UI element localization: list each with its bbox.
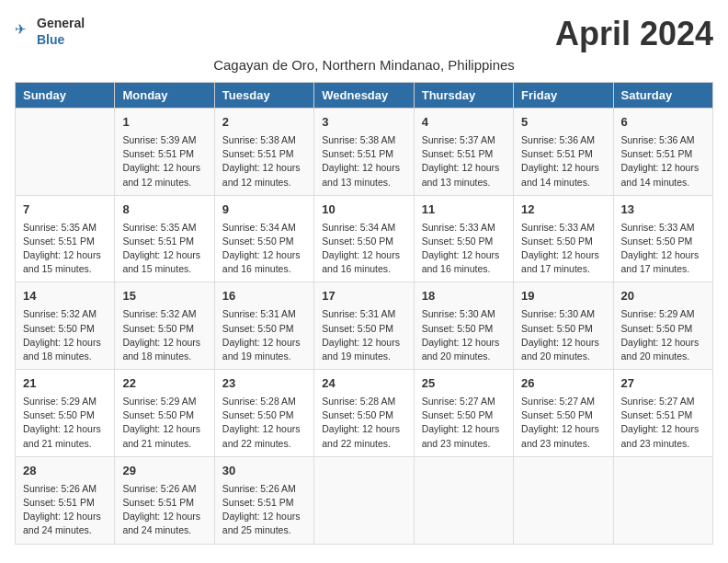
calendar-cell: 18Sunrise: 5:30 AM Sunset: 5:50 PM Dayli… [414, 282, 513, 370]
col-header-sunday: Sunday [16, 83, 115, 109]
day-info: Sunrise: 5:33 AM Sunset: 5:50 PM Dayligh… [621, 221, 705, 277]
calendar-cell: 22Sunrise: 5:29 AM Sunset: 5:50 PM Dayli… [115, 370, 214, 457]
logo-blue: Blue [37, 32, 64, 47]
day-number: 26 [521, 375, 605, 393]
calendar-week-row: 1Sunrise: 5:39 AM Sunset: 5:51 PM Daylig… [16, 109, 713, 196]
day-info: Sunrise: 5:34 AM Sunset: 5:50 PM Dayligh… [322, 221, 405, 277]
calendar-week-row: 28Sunrise: 5:26 AM Sunset: 5:51 PM Dayli… [16, 456, 713, 544]
col-header-wednesday: Wednesday [314, 83, 414, 109]
day-number: 11 [422, 201, 506, 219]
day-info: Sunrise: 5:27 AM Sunset: 5:50 PM Dayligh… [422, 395, 506, 451]
calendar-cell: 29Sunrise: 5:26 AM Sunset: 5:51 PM Dayli… [115, 456, 214, 544]
day-number: 23 [222, 375, 306, 393]
page-header: ✈ General Blue April 2024 [15, 15, 713, 53]
calendar-cell [514, 456, 613, 544]
logo: ✈ General Blue [15, 15, 85, 48]
day-number: 5 [521, 114, 605, 132]
day-number: 21 [23, 375, 107, 393]
day-info: Sunrise: 5:27 AM Sunset: 5:51 PM Dayligh… [621, 395, 705, 451]
calendar-cell [613, 456, 712, 544]
calendar-cell [314, 456, 414, 544]
day-info: Sunrise: 5:26 AM Sunset: 5:51 PM Dayligh… [222, 482, 306, 538]
calendar-cell: 12Sunrise: 5:33 AM Sunset: 5:50 PM Dayli… [514, 195, 613, 282]
col-header-monday: Monday [115, 83, 214, 109]
day-number: 3 [322, 114, 405, 132]
svg-text:✈: ✈ [15, 22, 27, 37]
day-info: Sunrise: 5:36 AM Sunset: 5:51 PM Dayligh… [521, 133, 605, 190]
day-number: 24 [322, 375, 405, 393]
col-header-saturday: Saturday [613, 83, 712, 109]
day-number: 17 [322, 288, 405, 305]
calendar-cell: 16Sunrise: 5:31 AM Sunset: 5:50 PM Dayli… [214, 282, 313, 370]
page-subtitle: Cagayan de Oro, Northern Mindanao, Phili… [15, 57, 713, 73]
day-info: Sunrise: 5:29 AM Sunset: 5:50 PM Dayligh… [23, 395, 107, 451]
calendar-cell: 10Sunrise: 5:34 AM Sunset: 5:50 PM Dayli… [314, 195, 414, 282]
calendar-cell: 23Sunrise: 5:28 AM Sunset: 5:50 PM Dayli… [214, 370, 313, 457]
calendar-cell: 19Sunrise: 5:30 AM Sunset: 5:50 PM Dayli… [514, 282, 613, 370]
calendar-cell [16, 109, 115, 196]
calendar-cell: 30Sunrise: 5:26 AM Sunset: 5:51 PM Dayli… [214, 456, 313, 544]
day-info: Sunrise: 5:31 AM Sunset: 5:50 PM Dayligh… [322, 307, 405, 363]
day-info: Sunrise: 5:35 AM Sunset: 5:51 PM Dayligh… [23, 221, 107, 277]
calendar-cell: 3Sunrise: 5:38 AM Sunset: 5:51 PM Daylig… [314, 109, 414, 196]
col-header-friday: Friday [514, 83, 613, 109]
day-info: Sunrise: 5:36 AM Sunset: 5:51 PM Dayligh… [621, 133, 705, 190]
calendar-week-row: 7Sunrise: 5:35 AM Sunset: 5:51 PM Daylig… [16, 195, 713, 282]
calendar-cell: 28Sunrise: 5:26 AM Sunset: 5:51 PM Dayli… [16, 456, 115, 544]
calendar-header-row: SundayMondayTuesdayWednesdayThursdayFrid… [16, 83, 713, 109]
day-info: Sunrise: 5:38 AM Sunset: 5:51 PM Dayligh… [322, 133, 405, 190]
day-info: Sunrise: 5:39 AM Sunset: 5:51 PM Dayligh… [122, 133, 206, 190]
day-info: Sunrise: 5:34 AM Sunset: 5:50 PM Dayligh… [222, 221, 306, 277]
day-info: Sunrise: 5:33 AM Sunset: 5:50 PM Dayligh… [422, 221, 506, 277]
col-header-thursday: Thursday [414, 83, 513, 109]
day-info: Sunrise: 5:30 AM Sunset: 5:50 PM Dayligh… [422, 307, 506, 363]
calendar-cell [414, 456, 513, 544]
day-number: 7 [23, 201, 107, 219]
logo-general: General [37, 16, 85, 30]
day-number: 8 [122, 201, 206, 219]
day-info: Sunrise: 5:27 AM Sunset: 5:50 PM Dayligh… [521, 395, 605, 451]
page-title: April 2024 [555, 15, 713, 53]
day-info: Sunrise: 5:28 AM Sunset: 5:50 PM Dayligh… [322, 395, 405, 451]
day-info: Sunrise: 5:30 AM Sunset: 5:50 PM Dayligh… [521, 307, 605, 363]
day-number: 6 [621, 114, 705, 132]
day-number: 18 [422, 288, 506, 305]
logo-icon: ✈ [15, 22, 33, 40]
calendar-week-row: 14Sunrise: 5:32 AM Sunset: 5:50 PM Dayli… [16, 282, 713, 370]
day-info: Sunrise: 5:32 AM Sunset: 5:50 PM Dayligh… [23, 307, 107, 363]
day-number: 2 [222, 114, 306, 132]
calendar-cell: 26Sunrise: 5:27 AM Sunset: 5:50 PM Dayli… [514, 370, 613, 457]
calendar-cell: 4Sunrise: 5:37 AM Sunset: 5:51 PM Daylig… [414, 109, 513, 196]
calendar-cell: 17Sunrise: 5:31 AM Sunset: 5:50 PM Dayli… [314, 282, 414, 370]
day-number: 22 [122, 375, 206, 393]
calendar-cell: 25Sunrise: 5:27 AM Sunset: 5:50 PM Dayli… [414, 370, 513, 457]
calendar-cell: 13Sunrise: 5:33 AM Sunset: 5:50 PM Dayli… [613, 195, 712, 282]
day-info: Sunrise: 5:32 AM Sunset: 5:50 PM Dayligh… [122, 307, 206, 363]
calendar-cell: 27Sunrise: 5:27 AM Sunset: 5:51 PM Dayli… [613, 370, 712, 457]
calendar-cell: 9Sunrise: 5:34 AM Sunset: 5:50 PM Daylig… [214, 195, 313, 282]
calendar-cell: 7Sunrise: 5:35 AM Sunset: 5:51 PM Daylig… [16, 195, 115, 282]
day-number: 9 [222, 201, 306, 219]
day-number: 13 [621, 201, 705, 219]
day-number: 20 [621, 288, 705, 305]
day-number: 15 [122, 288, 206, 305]
day-number: 27 [621, 375, 705, 393]
calendar-cell: 20Sunrise: 5:29 AM Sunset: 5:50 PM Dayli… [613, 282, 712, 370]
day-number: 25 [422, 375, 506, 393]
day-info: Sunrise: 5:26 AM Sunset: 5:51 PM Dayligh… [23, 482, 107, 538]
day-number: 30 [222, 463, 306, 480]
calendar-cell: 6Sunrise: 5:36 AM Sunset: 5:51 PM Daylig… [613, 109, 712, 196]
day-number: 4 [422, 114, 506, 132]
day-info: Sunrise: 5:37 AM Sunset: 5:51 PM Dayligh… [422, 133, 506, 190]
calendar-cell: 24Sunrise: 5:28 AM Sunset: 5:50 PM Dayli… [314, 370, 414, 457]
calendar-table: SundayMondayTuesdayWednesdayThursdayFrid… [15, 82, 713, 545]
calendar-cell: 11Sunrise: 5:33 AM Sunset: 5:50 PM Dayli… [414, 195, 513, 282]
day-number: 28 [23, 463, 107, 480]
col-header-tuesday: Tuesday [214, 83, 313, 109]
calendar-cell: 15Sunrise: 5:32 AM Sunset: 5:50 PM Dayli… [115, 282, 214, 370]
calendar-cell: 2Sunrise: 5:38 AM Sunset: 5:51 PM Daylig… [214, 109, 313, 196]
day-number: 16 [222, 288, 306, 305]
day-info: Sunrise: 5:28 AM Sunset: 5:50 PM Dayligh… [222, 395, 306, 451]
day-number: 12 [521, 201, 605, 219]
calendar-body: 1Sunrise: 5:39 AM Sunset: 5:51 PM Daylig… [16, 109, 713, 545]
